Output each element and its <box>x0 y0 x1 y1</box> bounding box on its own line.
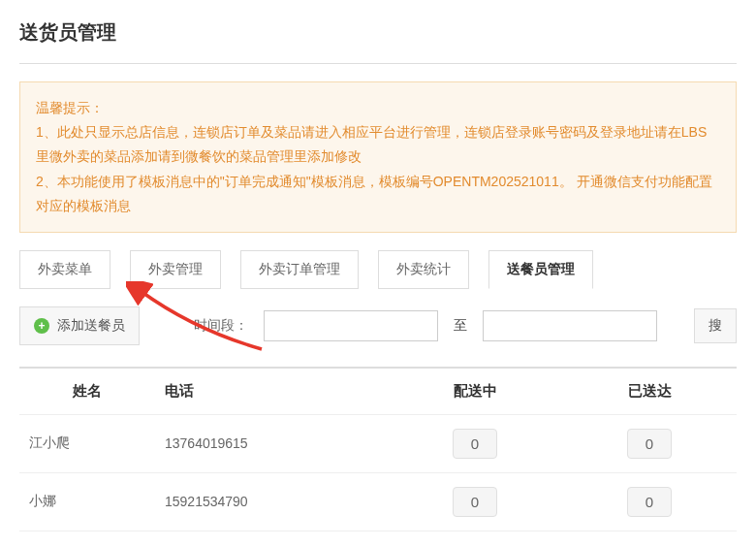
time-range-label: 时间段： <box>194 317 248 335</box>
cell-phone: 13764019615 <box>155 414 388 472</box>
add-button-label: 添加送餐员 <box>57 317 125 335</box>
tab-manage[interactable]: 外卖管理 <box>130 250 221 289</box>
tip-line-2: 2、本功能使用了模板消息中的"订单完成通知"模板消息，模板编号OPENTM202… <box>36 170 720 218</box>
cell-delivering: 0 <box>388 414 562 472</box>
staff-table: 姓名 电话 配送中 已送达 江小爬 13764019615 0 0 小娜 159… <box>19 367 737 531</box>
add-icon: + <box>34 318 49 334</box>
cell-phone: 15921534790 <box>155 472 388 531</box>
col-header-delivering: 配送中 <box>388 368 562 415</box>
add-delivery-button[interactable]: + 添加送餐员 <box>19 306 140 345</box>
cell-delivering: 0 <box>388 472 562 531</box>
time-range-separator: 至 <box>454 317 467 335</box>
toolbar: + 添加送餐员 时间段： 至 搜 <box>19 306 737 345</box>
delivering-badge[interactable]: 0 <box>453 429 497 459</box>
col-header-delivered: 已送达 <box>562 368 737 415</box>
table-row: 江小爬 13764019615 0 0 <box>19 414 737 472</box>
cell-delivered: 0 <box>562 472 737 531</box>
delivered-badge[interactable]: 0 <box>627 429 672 459</box>
table-header-row: 姓名 电话 配送中 已送达 <box>19 368 737 415</box>
cell-name: 江小爬 <box>19 414 155 472</box>
tab-menu[interactable]: 外卖菜单 <box>19 250 110 289</box>
cell-name: 小娜 <box>19 472 155 531</box>
tab-order-manage[interactable]: 外卖订单管理 <box>240 250 359 289</box>
tip-title: 温馨提示： <box>36 96 720 120</box>
title-divider <box>19 63 737 64</box>
search-button[interactable]: 搜 <box>694 308 737 343</box>
table-row: 小娜 15921534790 0 0 <box>19 472 737 531</box>
page-title: 送货员管理 <box>19 19 737 46</box>
cell-delivered: 0 <box>562 414 737 472</box>
tabs: 外卖菜单 外卖管理 外卖订单管理 外卖统计 送餐员管理 <box>19 250 737 289</box>
delivering-badge[interactable]: 0 <box>453 487 497 517</box>
col-header-name: 姓名 <box>19 368 155 415</box>
tip-box: 温馨提示： 1、此处只显示总店信息，连锁店订单及菜品请进入相应平台进行管理，连锁… <box>19 81 737 233</box>
tab-stats[interactable]: 外卖统计 <box>378 250 469 289</box>
col-header-phone: 电话 <box>155 368 388 415</box>
tab-delivery-staff[interactable]: 送餐员管理 <box>488 250 593 289</box>
tip-line-1: 1、此处只显示总店信息，连锁店订单及菜品请进入相应平台进行管理，连锁店登录账号密… <box>36 120 720 169</box>
time-end-input[interactable] <box>483 310 657 341</box>
delivered-badge[interactable]: 0 <box>627 487 672 517</box>
time-start-input[interactable] <box>264 310 438 341</box>
